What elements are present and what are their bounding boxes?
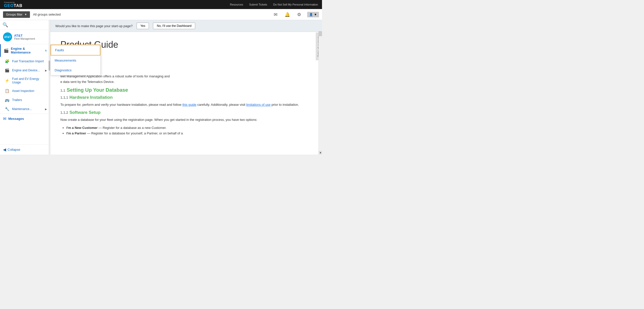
sidebar-item-maintenance[interactable]: 🔧 Maintenance... ▶ bbox=[0, 105, 50, 114]
groups-filter-label: Groups filter bbox=[6, 13, 22, 16]
content-area: Would you like to make this page your st… bbox=[50, 20, 322, 154]
bell-icon-button[interactable]: 🔔 bbox=[284, 11, 291, 18]
resources-link[interactable]: Resources bbox=[230, 3, 243, 6]
messages-label: Messages bbox=[8, 117, 24, 121]
software-text: Now create a database for your fleet usi… bbox=[60, 117, 312, 123]
company-name: AT&T bbox=[14, 34, 35, 37]
sidebar-item-fuel-ev[interactable]: ⚡ Fuel and EV Energy Usage bbox=[0, 75, 50, 86]
sidebar-scrollbar bbox=[49, 20, 50, 154]
maintenance-label: Maintenance... bbox=[12, 107, 45, 111]
right-scrollbar: ▲ ▼ bbox=[318, 31, 322, 154]
hardware-mid: carefully. Additionally, please visit bbox=[197, 103, 246, 107]
bullet-new-customer: I'm a New Customer — Register for a data… bbox=[66, 125, 312, 131]
engine-device-icon: 🎬 bbox=[5, 68, 10, 73]
search-icon[interactable]: 🔍 bbox=[3, 22, 8, 28]
fuel-ev-label: Fuel and EV Energy Usage bbox=[12, 77, 47, 84]
scrollbar-thumb bbox=[318, 31, 322, 36]
geotab-logo: Powered by GEOTAB bbox=[4, 1, 22, 8]
sidebar-logo-text: AT&T Fleet Management bbox=[14, 34, 35, 40]
engine-maintenance-section[interactable]: 🎬 Engine & Maintenance ∧ bbox=[0, 44, 50, 57]
faults-label: Faults bbox=[55, 48, 64, 52]
section-1-1-heading: 1.1 Setting Up Your Database bbox=[60, 87, 312, 93]
measurements-label: Measurements bbox=[55, 59, 76, 62]
maintenance-arrow-icon: ▶ bbox=[45, 108, 47, 111]
bullet-partner: I'm a Partner — Register for a database … bbox=[66, 131, 312, 136]
section-1-1-2-heading: 1.1.2 Software Setup bbox=[60, 110, 312, 115]
top-bar: Powered by GEOTAB Resources Submit Ticke… bbox=[0, 0, 322, 9]
section-1-1-title: Setting Up Your Database bbox=[67, 87, 128, 93]
scrollbar-down-arrow[interactable]: ▼ bbox=[319, 151, 322, 154]
groups-selected-text: All groups selected bbox=[33, 13, 61, 16]
hardware-prefix: To prepare for, perform and verify your … bbox=[60, 103, 182, 107]
groups-filter-arrow-icon: ▼ bbox=[24, 13, 27, 16]
section-1-1-1-num: 1.1.1 bbox=[60, 95, 68, 99]
bullet-bold-1: I'm a Partner bbox=[66, 131, 86, 135]
powered-by-text: Powered by bbox=[4, 1, 15, 4]
section-1-1-2-num: 1.1.2 bbox=[60, 111, 68, 115]
collapse-icon: ◀ bbox=[3, 147, 6, 152]
startup-yes-button[interactable]: Yes bbox=[137, 23, 149, 29]
do-not-sell-link[interactable]: Do Not Sell My Personal Information bbox=[273, 3, 318, 6]
engine-device-arrow-icon: ▶ bbox=[45, 69, 47, 72]
sidebar-item-trailers[interactable]: 🚌 Trailers bbox=[0, 95, 50, 105]
user-dropdown-arrow-icon: ▼ bbox=[314, 13, 317, 16]
messages-icon: ✉ bbox=[3, 116, 6, 121]
sidebar-item-engine-device[interactable]: 🎬 Engine and Device... ▶ bbox=[0, 66, 50, 75]
att-logo-icon: AT&T bbox=[3, 32, 12, 41]
engine-device-label: Engine and Device... bbox=[12, 69, 45, 72]
logo-area: Powered by GEOTAB bbox=[4, 1, 22, 8]
user-account-button[interactable]: 👤 ▼ bbox=[307, 12, 319, 17]
collapse-label: Collapse bbox=[8, 148, 20, 151]
asset-inspection-label: Asset Inspection bbox=[12, 89, 47, 93]
email-icon-button[interactable]: ✉ bbox=[273, 11, 278, 18]
geotab-brand: GEOTAB bbox=[4, 4, 22, 8]
sidebar: 🔍 AT&T AT&T Fleet Management 🎬 Engine & … bbox=[0, 20, 50, 154]
dropdown-item-diagnostics[interactable]: Diagnostics bbox=[51, 65, 100, 75]
engine-device-dropdown: Faults Measurements Diagnostics bbox=[50, 44, 101, 75]
fuel-ev-icon: ⚡ bbox=[5, 78, 10, 83]
startup-no-button[interactable]: No, I'll use the Dashboard bbox=[153, 23, 195, 29]
sidebar-item-asset-inspection[interactable]: 📋 Asset Inspection bbox=[0, 86, 50, 95]
startup-question: Would you like to make this page your st… bbox=[55, 24, 133, 28]
top-nav: Resources Submit Tickets Do Not Sell My … bbox=[230, 3, 318, 6]
user-avatar-icon: 👤 bbox=[309, 13, 313, 16]
section-1-1-1-title: Hardware Installation bbox=[69, 95, 113, 100]
startup-bar: Would you like to make this page your st… bbox=[50, 20, 322, 32]
bullet-text-0: — Register for a database as a new Custo… bbox=[98, 126, 166, 130]
trailers-label: Trailers bbox=[12, 98, 47, 102]
section-1-1-num: 1.1 bbox=[60, 88, 65, 92]
engine-icon: 🎬 bbox=[4, 48, 9, 53]
engine-section-label: Engine & Maintenance bbox=[11, 47, 45, 54]
this-guide-link[interactable]: this guide bbox=[182, 103, 196, 107]
trailers-icon: 🚌 bbox=[5, 98, 10, 102]
maintenance-icon: 🔧 bbox=[5, 107, 10, 111]
company-subtitle: Fleet Management bbox=[14, 37, 35, 40]
dropdown-item-measurements[interactable]: Measurements bbox=[51, 56, 100, 65]
dropdown-item-faults[interactable]: Faults bbox=[51, 45, 100, 56]
sidebar-messages-section[interactable]: ✉ Messages bbox=[0, 114, 50, 124]
groups-filter-button[interactable]: Groups filter ▼ bbox=[3, 11, 30, 18]
sidebar-logo: AT&T AT&T Fleet Management bbox=[0, 30, 50, 44]
sidebar-item-fuel-transaction[interactable]: 🧩 Fuel Transaction Import bbox=[0, 57, 50, 66]
bullet-bold-0: I'm a New Customer bbox=[66, 126, 98, 130]
engine-chevron-icon: ∧ bbox=[45, 49, 47, 52]
main-layout: 🔍 AT&T AT&T Fleet Management 🎬 Engine & … bbox=[0, 20, 322, 154]
submit-tickets-link[interactable]: Submit Tickets bbox=[249, 3, 267, 6]
hardware-suffix: prior to installation. bbox=[271, 103, 299, 107]
fuel-transaction-label: Fuel Transaction Import bbox=[12, 60, 47, 63]
gear-icon-button[interactable]: ⚙ bbox=[296, 11, 302, 18]
sidebar-scrollbar-thumb bbox=[49, 61, 50, 71]
limitations-link[interactable]: limitations of use bbox=[246, 103, 271, 107]
header-icons: ✉ 🔔 ⚙ 👤 ▼ bbox=[273, 11, 319, 18]
section-1-1-2-title: Software Setup bbox=[69, 110, 101, 115]
section-1-1-1-heading: 1.1.1 Hardware Installation bbox=[60, 95, 312, 100]
bullets-list: I'm a New Customer — Register for a data… bbox=[60, 125, 312, 136]
sidebar-collapse-button[interactable]: ◀ Collapse bbox=[0, 144, 50, 154]
fuel-transaction-icon: 🧩 bbox=[5, 59, 10, 64]
bullet-text-1: — Register for a database for yourself, … bbox=[87, 131, 183, 135]
groups-bar: Groups filter ▼ All groups selected ✉ 🔔 … bbox=[0, 9, 322, 20]
diagnostics-label: Diagnostics bbox=[55, 68, 71, 72]
hardware-text: To prepare for, perform and verify your … bbox=[60, 102, 312, 108]
asset-inspection-icon: 📋 bbox=[5, 89, 10, 93]
